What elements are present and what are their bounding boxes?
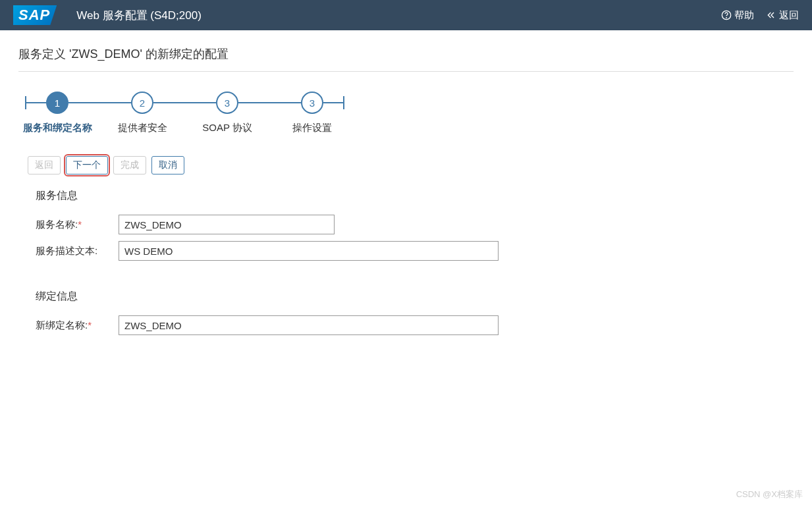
required-marker: * (78, 219, 82, 230)
wizard-step-2[interactable]: 2 提供者安全 (131, 92, 153, 114)
content-area: 服务定义 'ZWS_DEMO' 的新绑定的配置 1 服务和绑定名称 2 提供者安… (0, 30, 812, 335)
step-circle: 1 (46, 92, 68, 114)
binding-name-label: 新绑定名称:* (36, 319, 119, 332)
back-link[interactable]: 返回 (766, 9, 799, 22)
label-text: 服务名称: (36, 219, 78, 230)
binding-name-row: 新绑定名称:* (18, 315, 794, 335)
wizard-step-3[interactable]: 3 SOAP 协议 (216, 92, 238, 114)
header-right: 帮助 返回 (721, 9, 799, 22)
wizard-connector (26, 102, 46, 103)
service-desc-row: 服务描述文本: (18, 241, 794, 261)
service-name-row: 服务名称:* (18, 215, 794, 234)
step-label: 操作设置 (292, 122, 332, 134)
sap-logo-text: SAP (13, 5, 57, 25)
finish-button: 完成 (113, 156, 146, 174)
step-circle: 3 (301, 92, 323, 114)
wizard-end-marker (343, 96, 344, 109)
step-label: 服务和绑定名称 (23, 122, 92, 134)
binding-info-title: 绑定信息 (36, 290, 794, 304)
service-info-title: 服务信息 (36, 189, 794, 203)
wizard-connector (323, 102, 343, 103)
required-marker: * (88, 319, 92, 331)
step-label: SOAP 协议 (202, 122, 252, 134)
header-left: SAP Web 服务配置 (S4D;200) (13, 5, 202, 25)
wizard-step-1[interactable]: 1 服务和绑定名称 (46, 92, 68, 114)
step-circle: 3 (216, 92, 238, 114)
sap-logo: SAP (13, 5, 57, 25)
step-label: 提供者安全 (118, 122, 167, 134)
page-subtitle: 服务定义 'ZWS_DEMO' 的新绑定的配置 (18, 46, 794, 72)
back-chevron-icon (766, 10, 776, 20)
service-name-label: 服务名称:* (36, 219, 119, 231)
app-title: Web 服务配置 (S4D;200) (76, 8, 202, 23)
wizard-buttons: 返回 下一个 完成 取消 (18, 156, 794, 174)
cancel-button[interactable]: 取消 (151, 156, 184, 174)
service-name-input[interactable] (119, 215, 335, 234)
help-label: 帮助 (734, 9, 754, 22)
help-link[interactable]: 帮助 (721, 9, 754, 22)
wizard-connector (153, 102, 216, 103)
binding-name-input[interactable] (119, 315, 499, 335)
wizard-progress: 1 服务和绑定名称 2 提供者安全 3 SOAP 协议 3 操作设置 (18, 92, 794, 114)
svg-point-1 (726, 18, 727, 18)
service-desc-label: 服务描述文本: (36, 245, 119, 257)
service-desc-input[interactable] (119, 241, 499, 261)
wizard-connector (68, 102, 131, 103)
back-label: 返回 (779, 9, 799, 22)
next-button[interactable]: 下一个 (66, 156, 108, 174)
help-icon (721, 10, 732, 20)
wizard-step-4[interactable]: 3 操作设置 (301, 92, 323, 114)
step-circle: 2 (131, 92, 153, 114)
wizard-connector (238, 102, 301, 103)
app-header: SAP Web 服务配置 (S4D;200) 帮助 返回 (0, 0, 812, 30)
back-button: 返回 (28, 156, 61, 174)
label-text: 新绑定名称: (36, 319, 88, 331)
